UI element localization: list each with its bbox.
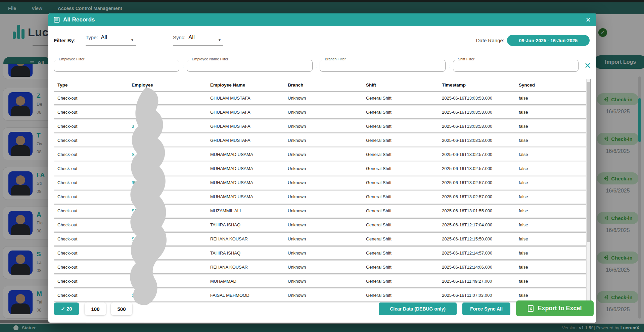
employee-id-link[interactable]: S xyxy=(132,251,135,256)
cell-type: Check-out xyxy=(54,166,128,171)
cell-employee: SS-012 xyxy=(128,236,207,241)
cell-shift: General Shift xyxy=(363,236,439,241)
cell-employee-name: MUZAMMIL ALI xyxy=(207,208,284,213)
filter-field-label: Employee Name Filter xyxy=(190,57,230,61)
branch-filter-input[interactable] xyxy=(320,60,445,72)
employee-id-link[interactable]: 95 xyxy=(132,180,136,185)
cell-type: Check-out xyxy=(54,222,128,227)
table-row: Check-outREHANA KOUSARUnknownGeneral Shi… xyxy=(54,261,590,274)
sync-filter-select[interactable]: Sync: All ▼ xyxy=(173,34,223,46)
cell-branch: Unknown xyxy=(284,293,363,298)
cell-synced: false xyxy=(515,96,590,101)
cell-shift: General Shift xyxy=(363,110,439,115)
table-row: Check-outMUHAMMADUnknownGeneral Shift202… xyxy=(54,275,590,288)
cell-timestamp: 2025-06-16T12:17:04.000 xyxy=(439,222,515,227)
table-row: Check-out95MUHAMMAD USAMAUnknownGeneral … xyxy=(54,176,590,189)
shift-filter-input[interactable] xyxy=(453,60,579,72)
table-body: Check-outGHULAM MUSTAFAUnknownGeneral Sh… xyxy=(54,92,590,302)
cell-type: Check-out xyxy=(54,152,128,157)
column-header-shift: Shift xyxy=(363,82,439,88)
cell-employee: S xyxy=(128,166,207,171)
table-row: Check-outSMUHAMMAD USAMAUnknownGeneral S… xyxy=(54,162,590,175)
excel-icon: x xyxy=(528,305,534,312)
table-scrollbar-thumb[interactable] xyxy=(587,82,590,242)
chevron-down-icon: ▼ xyxy=(131,38,134,42)
export-to-excel-button[interactable]: xExport to Excel xyxy=(516,300,594,316)
version-value: v1.1.5f xyxy=(579,325,592,330)
modal-title: All Records xyxy=(63,16,95,23)
page-size-100-button[interactable]: 100 xyxy=(85,302,106,315)
cell-branch: Unknown xyxy=(284,166,363,171)
cell-synced: false xyxy=(515,110,590,115)
cell-timestamp: 2025-06-16T12:14:06.000 xyxy=(439,265,515,270)
column-header-type: Type xyxy=(54,82,128,88)
page-size-500-button[interactable]: 500 xyxy=(111,302,132,315)
employee-id-link[interactable]: S-031 xyxy=(132,293,143,298)
cell-synced: false xyxy=(515,124,590,129)
type-filter-label: Type: xyxy=(86,35,98,40)
table-row: Check-outGHULAM MUSTAFAUnknownGeneral Sh… xyxy=(54,92,590,105)
cell-branch: Unknown xyxy=(284,110,363,115)
employee-filter-input[interactable] xyxy=(54,60,179,72)
cell-timestamp: 2025-06-16T13:03:53.000 xyxy=(439,138,515,143)
date-range-button[interactable]: 09-Jun-2025 - 16-Jun-2025 xyxy=(507,35,590,46)
filter-field-label: Branch Filter xyxy=(323,57,347,61)
cell-shift: General Shift xyxy=(363,166,439,171)
cell-type: Check-out xyxy=(54,110,128,115)
employee-name-filter-input[interactable] xyxy=(187,60,312,72)
table-row: Check-outSS-0TAHIRA ISHAQUnknownGeneral … xyxy=(54,218,590,231)
table-row: Check-out3GHULAM MUSTAFAUnknownGeneral S… xyxy=(54,120,590,133)
employee-id-link[interactable]: SS-0 xyxy=(132,222,141,227)
cell-synced: false xyxy=(515,208,590,213)
cell-employee: S xyxy=(128,152,207,157)
employee-id-link[interactable]: S xyxy=(132,194,135,199)
cell-timestamp: 2025-06-16T11:49:27.000 xyxy=(439,279,515,284)
cell-employee-name: TAHIRA ISHAQ xyxy=(207,251,284,256)
force-sync-all-button[interactable]: Force Sync All xyxy=(462,302,510,315)
cell-timestamp: 2025-06-16T13:02:57.000 xyxy=(439,166,515,171)
type-filter-value: All xyxy=(101,34,107,41)
cell-synced: false xyxy=(515,222,590,227)
employee-id-link[interactable]: S xyxy=(132,152,135,157)
menu-item-view[interactable]: View xyxy=(32,6,42,11)
modal-header: All Records ✕ xyxy=(48,13,596,26)
page-size-20-button[interactable]: ✓ 20 xyxy=(54,302,79,315)
menu-item-access-control-management[interactable]: Access Control Management xyxy=(58,6,122,11)
cell-timestamp: 2025-06-16T13:02:57.000 xyxy=(439,180,515,185)
employee-id-link[interactable]: S xyxy=(132,166,135,171)
employee-id-link[interactable]: 3 xyxy=(132,124,134,129)
cell-synced: false xyxy=(515,265,590,270)
cell-employee-name: GHULAM MUSTAFA xyxy=(207,138,284,143)
table-row: Check-outSS-012REHANA KOUSARUnknownGener… xyxy=(54,232,590,245)
close-icon[interactable]: ✕ xyxy=(586,17,591,23)
type-filter-select[interactable]: Type: All ▼ xyxy=(86,34,136,46)
cell-timestamp: 2025-06-16T11:07:03.000 xyxy=(439,293,515,298)
cell-branch: Unknown xyxy=(284,194,363,199)
table-header-row: TypeEmployeeEmployee NameBranchShiftTime… xyxy=(54,79,590,92)
cell-shift: General Shift xyxy=(363,194,439,199)
clear-data-debug-only-button[interactable]: Clear Data (DEBUG only) xyxy=(379,302,457,315)
employee-id-link[interactable]: SS-0 xyxy=(132,208,141,213)
alert-icon: ! xyxy=(13,325,18,330)
cell-shift: General Shift xyxy=(363,251,439,256)
column-header-employee-name: Employee Name xyxy=(207,82,284,88)
cell-shift: General Shift xyxy=(363,293,439,298)
cell-synced: false xyxy=(515,152,590,157)
cell-employee-name: REHANA KOUSAR xyxy=(207,265,284,270)
cell-type: Check-out xyxy=(54,96,128,101)
table-row: Check-outSS-0MUZAMMIL ALIUnknownGeneral … xyxy=(54,204,590,217)
cell-branch: Unknown xyxy=(284,124,363,129)
modal-footer: ✓ 20100500Clear Data (DEBUG only)Force S… xyxy=(54,300,591,317)
cell-synced: false xyxy=(515,279,590,284)
cell-synced: false xyxy=(515,293,590,298)
cell-shift: General Shift xyxy=(363,180,439,185)
menu-item-file[interactable]: File xyxy=(8,6,16,11)
employee-id-link[interactable]: SS-012 xyxy=(132,236,146,241)
table-scrollbar[interactable] xyxy=(586,79,590,303)
cell-employee-name: MUHAMMAD USAMA xyxy=(207,194,284,199)
cell-branch: Unknown xyxy=(284,208,363,213)
cell-type: Check-out xyxy=(54,124,128,129)
filter-by-label: Filter By: xyxy=(54,38,76,43)
clear-filters-icon[interactable]: ✕ xyxy=(584,62,591,70)
filter-separator: : xyxy=(316,63,317,68)
